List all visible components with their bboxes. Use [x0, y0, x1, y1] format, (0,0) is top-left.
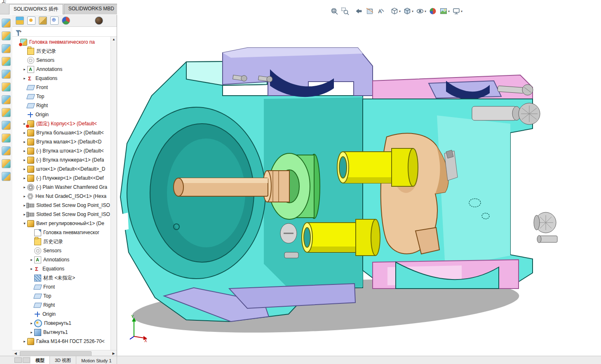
tree-item[interactable]: ▸(-) Plain Washer Chamfered Gra	[12, 183, 111, 192]
tree-item[interactable]: Right	[12, 301, 111, 310]
tree-item[interactable]: ▸(-) Втулка штока<1> (Default<	[12, 146, 111, 155]
collapse-icon[interactable]: ▾	[22, 221, 27, 225]
tree-item[interactable]: ▸Slotted Set Screw Dog Point_ISO	[12, 210, 111, 219]
new-motion-study-icon[interactable]	[2, 121, 11, 130]
tree-item[interactable]: Sensors	[12, 56, 111, 65]
view-settings-icon[interactable]	[451, 6, 462, 16]
tree-item[interactable]: ▸Annotations	[12, 255, 111, 264]
featuremanager-design-tree-icon[interactable]	[16, 16, 24, 25]
splitter-button[interactable]	[23, 357, 30, 363]
tab-model[interactable]: 模型	[31, 356, 50, 364]
displaymanager-icon[interactable]	[62, 16, 70, 25]
splitter-button[interactable]	[14, 357, 22, 363]
tree-item[interactable]: Origin	[12, 310, 111, 319]
hide-show-items-icon[interactable]	[415, 6, 425, 16]
insert-components-icon[interactable]	[2, 19, 11, 28]
tree-item[interactable]: ▸Equations	[12, 74, 111, 83]
zoom-to-area-icon[interactable]	[340, 6, 350, 16]
section-view-icon[interactable]	[364, 6, 375, 16]
tree-item[interactable]: ▸Annotations	[12, 65, 111, 74]
tab-3d-views[interactable]: 3D 视图	[50, 356, 76, 364]
dimxpertmanager-icon[interactable]	[50, 16, 59, 25]
exploded-view-icon[interactable]	[2, 146, 11, 155]
expand-icon[interactable]: ▸	[29, 258, 34, 262]
move-component-icon[interactable]	[2, 70, 11, 79]
tree-item[interactable]: Front	[12, 282, 111, 291]
tree-item[interactable]: ▸Equations	[12, 264, 111, 273]
scroll-left-icon[interactable]: ◀	[12, 352, 19, 355]
tree-item[interactable]: ▸(固定) Корпус<1> (Default<	[12, 119, 111, 128]
expand-icon[interactable]: ▸	[22, 67, 27, 71]
propertymanager-icon[interactable]	[27, 16, 35, 25]
expand-icon[interactable]: ▸	[22, 76, 27, 80]
expand-icon[interactable]: ▸	[22, 176, 27, 180]
scroll-up-icon[interactable]: ▲	[111, 37, 117, 41]
expand-icon[interactable]: ▸	[29, 330, 34, 334]
edit-appearance-icon[interactable]	[427, 6, 438, 16]
expand-icon[interactable]: ▸	[22, 339, 27, 343]
apply-scene-caret-icon[interactable]: ▾	[448, 9, 450, 13]
tree-item[interactable]: ▸Повернуть1	[12, 319, 111, 328]
tree-item[interactable]: ▸Slotted Set Screw Dog Point_ISO	[12, 201, 111, 210]
graphics-viewport[interactable]: Y X	[117, 0, 601, 356]
view-orientation-caret-icon[interactable]: ▾	[399, 9, 401, 13]
expand-icon[interactable]: ▸	[29, 267, 34, 271]
tab-solidworks-mbd[interactable]: SOLIDWORKS MBD	[64, 4, 119, 14]
tree-item[interactable]: ▸Гайка М14-6Н ГОСТ 2526-70<	[12, 337, 111, 346]
tree-item[interactable]: ▾Винт регулировочный<1> (De	[12, 219, 111, 228]
scrollbar-track[interactable]	[19, 351, 110, 356]
tree-item[interactable]: ▸шток<1> (Default<<Default>_D	[12, 164, 111, 174]
tree-item[interactable]: ▸Hex Nut GradeC_ISO<1> (Hexa	[12, 192, 111, 201]
configurationmanager-icon[interactable]	[39, 16, 47, 25]
filter-funnel-icon[interactable]	[16, 30, 21, 33]
tree-item[interactable]: Origin	[12, 110, 111, 119]
appearances-pin-icon[interactable]	[95, 16, 103, 25]
assembly-features-icon[interactable]	[2, 95, 11, 104]
instant3d-icon[interactable]	[2, 159, 11, 168]
zoom-to-fit-icon[interactable]	[329, 6, 340, 16]
tree-item[interactable]: ▸Вытянуть1	[12, 328, 111, 337]
expand-icon[interactable]: ▸	[22, 140, 27, 144]
expand-icon[interactable]: ▸	[29, 321, 34, 325]
view-settings-caret-icon[interactable]: ▾	[461, 9, 462, 13]
tree-filter-input[interactable]	[25, 28, 114, 35]
tree-item[interactable]: 材质 <未指定>	[12, 273, 111, 282]
tree-item[interactable]: ▸(-) Втулка плунжера<1> (Defa	[12, 155, 111, 164]
tree-item[interactable]: Sensors	[12, 246, 111, 255]
expand-icon[interactable]: ▸	[22, 158, 27, 162]
smart-fasteners-icon[interactable]	[2, 57, 11, 66]
tree-item[interactable]: ▸Втулка малая<1> (Default<D	[12, 137, 111, 146]
tree-vertical-scrollbar[interactable]: ▲	[110, 37, 117, 350]
tree-item[interactable]: Right	[12, 101, 111, 110]
expand-icon[interactable]: ▸	[22, 131, 27, 135]
display-style-caret-icon[interactable]: ▾	[412, 9, 413, 13]
tree-item[interactable]: Front	[12, 83, 111, 92]
bill-of-materials-icon[interactable]	[2, 134, 11, 143]
reference-geometry-icon[interactable]	[2, 108, 11, 117]
tree-item[interactable]: ▸Втулка большая<1> (Default<	[12, 128, 111, 137]
expand-icon[interactable]: ▸	[22, 149, 27, 153]
linear-component-pattern-icon[interactable]	[2, 44, 11, 53]
tree-item[interactable]: Головка пневматическог	[12, 228, 111, 237]
show-hidden-components-icon[interactable]	[2, 82, 11, 92]
expand-icon[interactable]: ▸	[22, 167, 27, 171]
tree-item[interactable]: 历史记录	[12, 237, 111, 246]
tree-item[interactable]: Top	[12, 92, 111, 101]
view-orientation-icon[interactable]	[389, 6, 400, 16]
large-design-review-icon[interactable]	[2, 172, 11, 181]
display-style-icon[interactable]	[402, 6, 413, 16]
tree-item[interactable]: 历史记录	[12, 47, 111, 56]
expand-icon[interactable]: ▸	[22, 194, 27, 198]
tree-item[interactable]: ▸(-) Плунжер<1> (Default<<Def	[12, 174, 111, 183]
tree-item[interactable]: Top	[12, 291, 111, 301]
previous-view-icon[interactable]	[354, 6, 364, 16]
tab-motion-study-1[interactable]: Motion Study 1	[76, 356, 117, 364]
scroll-right-icon[interactable]: ▶	[110, 352, 117, 355]
apply-scene-icon[interactable]	[438, 6, 449, 16]
dynamic-annotation-views-icon[interactable]: A	[375, 6, 386, 16]
expand-icon[interactable]: ▸	[22, 185, 27, 189]
mate-icon[interactable]	[2, 31, 11, 40]
tab-solidworks-addins[interactable]: SOLIDWORKS 插件	[9, 4, 63, 14]
hide-show-items-caret-icon[interactable]: ▾	[425, 9, 426, 13]
tree-item[interactable]: Головка пневматического па	[12, 38, 111, 47]
